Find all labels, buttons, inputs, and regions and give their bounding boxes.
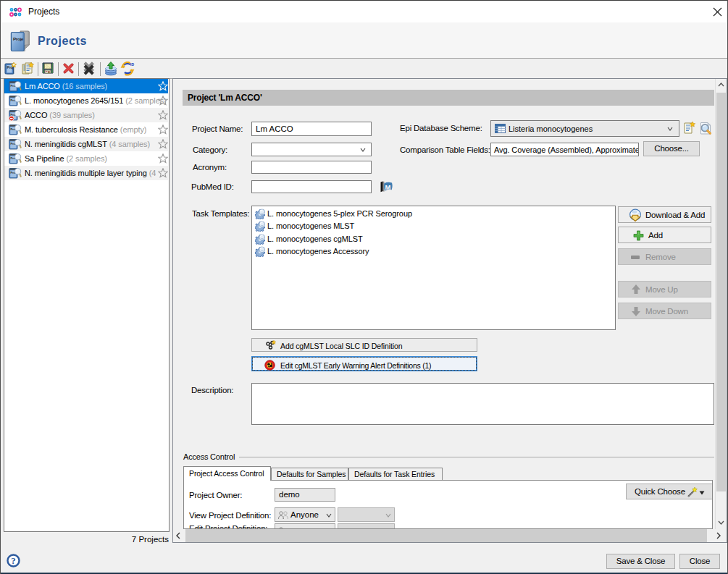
svg-text:M: M	[385, 183, 391, 191]
svg-text:?: ?	[11, 555, 16, 566]
svg-text:Proje: Proje	[13, 36, 24, 41]
svg-text:ID: ID	[130, 62, 134, 67]
